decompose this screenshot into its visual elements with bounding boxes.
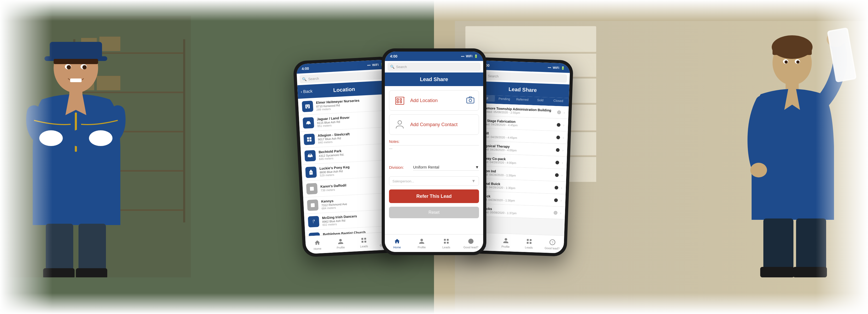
nav-goodlead-3[interactable]: ? Good lead? (540, 238, 564, 250)
nav-leads-2[interactable]: Leads (434, 238, 459, 249)
leads-icon-3 (525, 238, 533, 245)
svg-rect-5 (54, 59, 98, 64)
lead-text-1: First Stage Fabrication Updated: 04/28/2… (478, 119, 554, 128)
person-icon-2 (394, 118, 406, 131)
svg-rect-61 (364, 241, 366, 243)
location-icon-2 (304, 133, 315, 145)
svg-rect-18 (76, 268, 107, 277)
svg-rect-72 (444, 239, 446, 241)
svg-point-71 (398, 121, 402, 124)
svg-rect-10 (70, 78, 82, 82)
lead-share-title: Lead Share (420, 76, 448, 83)
nav-profile-3[interactable]: Profile (494, 237, 518, 249)
phones-container: 4:00 ▪▪▪ WiFi 🔋 🔍 Search ‹ Back Location (251, 31, 617, 283)
svg-rect-47 (309, 139, 312, 142)
nav-profile-1[interactable]: Profile (329, 237, 352, 250)
add-contact-row[interactable]: Add Company Contact (389, 114, 479, 135)
svg-rect-80 (527, 242, 528, 244)
salesperson-row[interactable]: Salesperson... ▼ (389, 176, 479, 186)
filter-sold[interactable]: Sold (532, 97, 549, 104)
nav-home-1[interactable]: Home (305, 239, 329, 251)
goodlead-icon-2: ? (467, 238, 474, 245)
location-text-3: Bechtold Park 4312 Sycamore Rd. 846 mete… (318, 147, 386, 161)
lead-chevron-0: › (563, 110, 565, 114)
lead-chevron-1: › (563, 123, 564, 127)
add-location-row[interactable]: Add Location (389, 90, 479, 111)
lead-text-8: Starbucks Submitted: 05/08/2020 - 1:37pm (475, 206, 551, 216)
svg-point-70 (469, 99, 472, 102)
location-title: Location (333, 86, 355, 93)
lead-text-2: Cargill Updated: 04/28/2020 - 4:45pm (478, 131, 554, 141)
division-select[interactable]: Uniform Rental ▼ (413, 164, 479, 170)
lead-list-title: Lead Share (508, 86, 537, 93)
lead-indicator-1 (557, 123, 560, 127)
filter-pending[interactable]: Pending (496, 95, 513, 102)
bottle-icon-4 (308, 169, 314, 175)
location-icon-5 (306, 183, 318, 194)
add-contact-label: Add Company Contact (410, 122, 458, 127)
svg-rect-69 (467, 98, 474, 103)
sq-icon-5 (309, 186, 315, 192)
location-icon-1 (303, 117, 314, 129)
filter-closed[interactable]: Closed (550, 97, 567, 104)
lead-text-3: TI Physical Therapy Updated: 04/28/2020 … (478, 144, 554, 153)
building-icon-0 (305, 103, 311, 109)
back-button-1[interactable]: ‹ Back (301, 89, 313, 94)
nav-profile-2[interactable]: Profile (409, 238, 434, 249)
search-bar-3[interactable]: 🔍 Search (479, 71, 567, 83)
lead-indicator-2 (556, 135, 560, 139)
location-text-4: Luckie's Pony Keg 8600 Blue Ash Rd 529 m… (319, 163, 387, 177)
refer-lead-button[interactable]: Refer This Lead (389, 189, 479, 203)
nav-home-2[interactable]: Home (385, 238, 409, 249)
wifi-icon-1: WiFi (372, 63, 379, 67)
svg-rect-52 (310, 170, 312, 171)
nav-profile-label-1: Profile (337, 246, 345, 249)
search-icon-1: 🔍 (302, 77, 307, 82)
phone-2-status-bar: 4:00 ▪▪▪ WiFi 🔋 (385, 52, 483, 61)
svg-rect-79 (529, 239, 531, 241)
notes-divider (389, 145, 479, 146)
bottom-nav-2: Home Profile Leads ? (385, 234, 483, 252)
status-icons-2: ▪▪▪ WiFi 🔋 (461, 55, 478, 58)
svg-rect-58 (361, 238, 363, 240)
svg-point-9 (83, 65, 87, 69)
svg-rect-73 (447, 239, 448, 241)
location-text-7: McGing Irish Dancers 8962 Blue Ash Rd 60… (322, 213, 390, 227)
svg-rect-37 (308, 105, 309, 106)
lead-chevron-3: › (562, 148, 563, 152)
svg-rect-60 (361, 241, 363, 243)
nav-leads-3[interactable]: Leads (517, 237, 541, 249)
svg-rect-55 (311, 203, 315, 207)
leads-icon-2 (443, 238, 450, 245)
signal-icon-2: ▪▪▪ (461, 55, 464, 58)
battery-icon-3: 🔋 (561, 66, 565, 70)
svg-rect-66 (397, 101, 398, 103)
svg-rect-74 (444, 242, 446, 244)
search-bar-2[interactable]: 🔍 Search (388, 63, 480, 71)
nav-goodlead-label-2: Good lead? (464, 246, 478, 249)
division-label: Division: (389, 165, 410, 169)
lead-chevron-5: › (561, 173, 563, 177)
home-icon-1 (313, 239, 321, 247)
filter-referred[interactable]: Referred (514, 96, 531, 103)
svg-rect-33 (760, 267, 794, 277)
lead-text-7: Bud nick Updated: 04/28/2020 - 1:30pm (476, 194, 552, 203)
lead-chevron-7: › (560, 198, 562, 202)
phone-lead-share: 4:00 ▪▪▪ WiFi 🔋 🔍 Search Lead Share (382, 49, 486, 255)
nav-leads-1[interactable]: Leads (352, 236, 376, 249)
location-icon-0 (302, 101, 313, 112)
nav-goodlead-2[interactable]: ? Good lead? (459, 238, 483, 249)
profile-icon-1 (337, 238, 344, 245)
lead-indicator-4 (555, 161, 559, 164)
svg-rect-81 (529, 242, 531, 244)
reset-button[interactable]: Reset (389, 207, 479, 218)
back-label-1: Back (303, 89, 313, 94)
nav-profile-label-2: Profile (417, 246, 426, 249)
lead-share-body: Add Location (385, 86, 483, 234)
back-chevron-1: ‹ (301, 90, 302, 94)
svg-rect-64 (397, 99, 398, 100)
location-text-0: Elmer Heitmeyer Nurseries 8710 Kenwood R… (316, 97, 383, 111)
lead-indicator-6 (555, 186, 558, 189)
svg-text:?: ? (552, 241, 553, 244)
wifi-icon-3: WiFi (553, 66, 560, 70)
